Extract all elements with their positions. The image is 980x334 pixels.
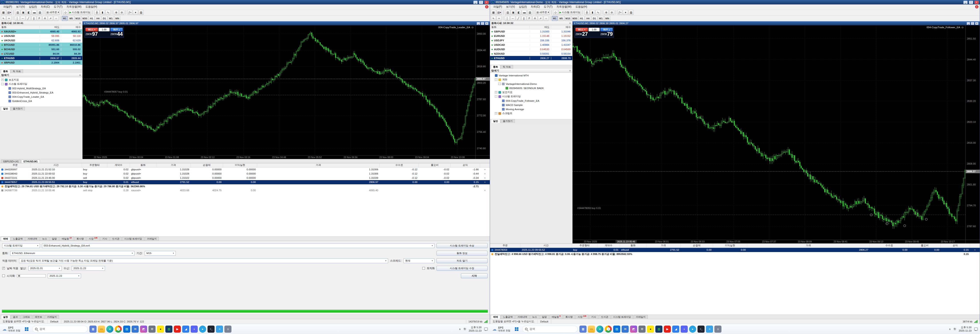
chart-restore-button[interactable]: □: [481, 22, 484, 25]
expand-icon[interactable]: +: [495, 112, 497, 115]
lot-size-input[interactable]: 1.00: [99, 28, 110, 31]
price-chart[interactable]: 2850.002834.402818.802803.202787.602772.…: [83, 25, 490, 159]
lot-size-input[interactable]: 1.00: [589, 28, 600, 31]
metaeditor-icon[interactable]: ◇: [63, 10, 68, 15]
tester-tab[interactable]: 거래일지: [45, 315, 59, 319]
strategy-tester-icon[interactable]: ▧: [37, 10, 42, 15]
horizontal-line-icon[interactable]: ─: [20, 16, 25, 21]
buy-button[interactable]: BUY▴: [600, 28, 613, 31]
menu-item[interactable]: 삽입(I): [27, 5, 39, 9]
candle-chart-icon[interactable]: ▮: [100, 10, 105, 15]
bar-chart-icon[interactable]: ╫: [94, 10, 99, 15]
horizontal-line-icon[interactable]: ─: [510, 16, 515, 21]
terminal-tab[interactable]: 메일함10: [59, 236, 74, 241]
terminal-column-header[interactable]: 손익: [940, 244, 970, 248]
menu-item[interactable]: 보기(V): [14, 5, 27, 9]
shapes-icon[interactable]: ○: [544, 16, 549, 21]
terminal-column-header[interactable]: 가격: [257, 163, 380, 167]
notification-badge[interactable]: 1: [975, 5, 978, 8]
toolbar-item[interactable]: [503, 16, 503, 21]
tester-mode-select[interactable]: 시스템 트레이딩: [2, 243, 40, 248]
symbol-row[interactable]: ◆UKOUSD 62.606 62.629: [0, 38, 82, 43]
navigator-item[interactable]: - 시스템 트레이딩: [490, 94, 572, 99]
chart-minimize-button[interactable]: ▁: [967, 22, 970, 25]
tester-period-select[interactable]: M15: [145, 251, 176, 256]
task-view-icon[interactable]: ▦: [89, 326, 97, 333]
tf-h4-button[interactable]: H4: [95, 16, 101, 21]
edge-icon[interactable]: e: [596, 326, 603, 333]
terminal-tab[interactable]: 거래내역: [25, 237, 40, 241]
notifications-icon[interactable]: [974, 328, 978, 331]
close-icon[interactable]: ✕: [569, 70, 571, 72]
chart-window-titlebar[interactable]: ETHUSD,M1 2806.02 2806.97 2805.01 2806.9…: [83, 21, 490, 25]
terminal-icon[interactable]: ▬: [522, 10, 527, 15]
tf-m30-button[interactable]: M30: [571, 16, 578, 21]
navigator-tab[interactable]: 일반: [1, 107, 10, 110]
navigator-item[interactable]: - VantageInternational-Demo: [490, 82, 572, 86]
order-row[interactable]: 344478057 2025.11.23 09:55:51 buy 0.01 e…: [0, 180, 490, 184]
tester-model-select[interactable]: 모든 틱(모든 틱의 프렉탈 보간을 가진 사용 가능한 최소 타임 프레임 전…: [19, 259, 388, 263]
order-row[interactable]: 344372101 2025.11.21 23:45:00 sell 0.02 …: [0, 176, 490, 180]
toolbar-item[interactable]: [126, 10, 126, 14]
market-watch-icon[interactable]: ▥: [505, 10, 510, 15]
terminal-tab[interactable]: 기사: [589, 315, 598, 319]
close-button[interactable]: ✕: [974, 1, 978, 4]
chart-tab[interactable]: GBPUSD+,H1: [1, 160, 21, 163]
tester-ea-select[interactable]: 003-Enhanced_Hybrid_Strategy_EA.ex4: [42, 243, 434, 248]
line-chart-icon[interactable]: ∿: [595, 10, 600, 15]
tf-mn-button[interactable]: MN: [604, 16, 610, 21]
notifications-icon[interactable]: [484, 328, 488, 331]
terminal-tab[interactable]: 회사명: [563, 315, 575, 319]
profiles-icon[interactable]: ▤▾: [6, 10, 12, 15]
arrows-icon[interactable]: ↗: [538, 16, 543, 21]
autotrading-button[interactable]: ▶시스템 트레이딩: [68, 10, 91, 15]
terminal-column-header[interactable]: 롤오버: [419, 163, 450, 167]
file-explorer-icon[interactable]: ▭: [98, 326, 105, 333]
channel-icon[interactable]: ∥: [521, 16, 527, 21]
terminal-column-header[interactable]: 통화: [620, 244, 646, 248]
navigator-item[interactable]: GoldenCross_EA: [0, 99, 82, 103]
telegram-icon[interactable]: ▸: [199, 326, 206, 333]
minimize-button[interactable]: ▁: [473, 1, 477, 4]
order-row[interactable]: 344478059 2025.11.23 09:55:52 buy 0.01 e…: [490, 248, 980, 252]
terminal-tab[interactable]: 회사명: [74, 237, 86, 241]
weather-widget[interactable]: ☁ 13°C대체로 흐림: [2, 326, 20, 332]
navigator-item[interactable]: 892845605: SEONGUK BAEK: [490, 86, 572, 90]
toolbar-item[interactable]: [616, 10, 616, 14]
navigator-item[interactable]: 004-CopyTrade_Leader_EA: [0, 94, 82, 99]
file-explorer-icon[interactable]: ▭: [588, 326, 595, 333]
minimize-button[interactable]: ▁: [963, 1, 967, 4]
menu-item[interactable]: 차트정렬(W): [555, 5, 573, 9]
terminal-icon[interactable]: ▬: [32, 10, 37, 15]
terminal-tab[interactable]: 기사: [100, 237, 110, 241]
chart-tab[interactable]: ETHUSD,M1: [21, 160, 40, 163]
cursor-icon[interactable]: ↖: [491, 16, 496, 21]
terminal-column-header[interactable]: 수수료: [870, 244, 909, 248]
toolbar-item[interactable]: [534, 10, 534, 14]
toolbar-item[interactable]: [61, 10, 62, 14]
mt4-icon[interactable]: ▥: [165, 326, 172, 333]
shapes-icon[interactable]: ○: [54, 16, 59, 21]
task-view-icon[interactable]: ▦: [579, 326, 587, 333]
weather-widget[interactable]: ☁ 13°C대체로 흐림: [492, 326, 510, 332]
terminal-tab[interactable]: 메일함6: [549, 315, 563, 319]
visual-speed-slider[interactable]: [17, 274, 46, 277]
trendline-icon[interactable]: ╱: [516, 16, 521, 21]
close-icon[interactable]: ✕: [569, 22, 571, 24]
navigator-item[interactable]: + 스크립트: [490, 111, 572, 115]
terminal-column-header[interactable]: 손절매: [680, 244, 713, 248]
close-order-icon[interactable]: ✕: [484, 177, 486, 179]
terminal-column-header[interactable]: 손익: [450, 163, 480, 167]
market-watch-icon[interactable]: ▥: [15, 10, 20, 15]
close-icon[interactable]: ✕: [79, 22, 81, 24]
sell-button[interactable]: SELL▾: [86, 28, 98, 31]
discord-icon[interactable]: ◗: [191, 326, 198, 333]
zoom-in-icon[interactable]: ⊕: [114, 10, 119, 15]
terminal-tab[interactable]: 매매: [491, 315, 500, 319]
data-window-icon[interactable]: ▣: [511, 10, 516, 15]
navigator-item[interactable]: + 보조지표: [0, 78, 82, 82]
chart-close-button[interactable]: ✕: [975, 22, 978, 25]
tf-m15-button[interactable]: M15: [565, 16, 571, 21]
terminal-column-header[interactable]: 시간: [30, 163, 82, 167]
toolbar-item[interactable]: [13, 16, 13, 21]
